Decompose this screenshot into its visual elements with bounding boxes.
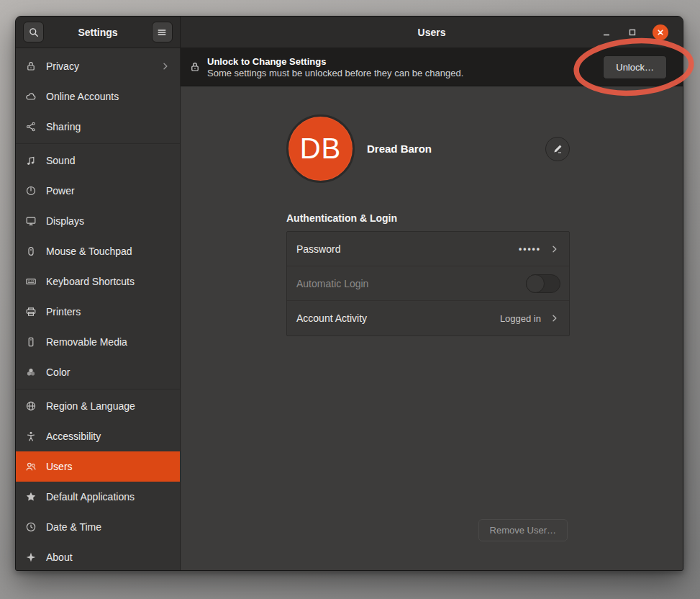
close-icon [655,27,666,38]
sidebar-item-sound[interactable]: Sound [16,145,180,176]
sidebar-item-about[interactable]: About [16,542,180,570]
display-icon [25,215,37,227]
sidebar-item-label: Date & Time [46,521,101,533]
row-label: Password [296,243,340,255]
sidebar-item-region-language[interactable]: Region & Language [16,391,180,421]
sidebar: PrivacyOnline AccountsSharingSoundPowerD… [16,48,181,570]
remove-user-button[interactable]: Remove User… [478,519,568,541]
sidebar-item-label: Default Applications [46,491,135,503]
sidebar-item-displays[interactable]: Displays [16,206,180,236]
sidebar-item-removable-media[interactable]: Removable Media [16,327,180,357]
toggle-knob [526,274,545,293]
sidebar-item-label: Online Accounts [46,91,119,102]
sidebar-item-mouse-touchpad[interactable]: Mouse & Touchpad [16,236,180,266]
users-panel: DB Dread Baron Authentication & Login Pa… [181,86,683,570]
sidebar-item-online-accounts[interactable]: Online Accounts [16,81,180,112]
minimize-button[interactable] [601,27,612,38]
edit-name-button[interactable] [545,137,570,161]
automatic-login-toggle [526,274,560,293]
keyboard-icon [25,276,37,287]
chevron-right-icon [549,243,560,255]
sidebar-item-privacy[interactable]: Privacy [16,51,180,81]
banner-subtitle: Some settings must be unlocked before th… [207,68,463,78]
lock-icon [189,61,201,73]
search-button[interactable] [23,22,44,42]
sidebar-item-label: Accessibility [46,431,101,442]
sidebar-item-default-applications[interactable]: Default Applications [16,482,180,512]
sidebar-item-label: Displays [46,215,84,227]
close-button[interactable] [653,24,668,40]
section-heading: Authentication & Login [286,212,570,224]
sidebar-headerbar: Settings [16,17,181,48]
color-circles-icon [25,366,37,378]
sidebar-item-users[interactable]: Users [16,451,180,482]
sparkle-icon [25,551,37,563]
sidebar-item-label: Region & Language [46,400,135,412]
sidebar-separator [16,143,180,144]
page-title: Users [418,27,446,38]
sidebar-item-label: About [46,551,73,563]
maximize-icon [627,27,638,38]
main-headerbar: Users [181,17,683,48]
pencil-icon [552,143,563,155]
sidebar-item-label: Printers [46,306,81,317]
unlock-banner: Unlock to Change Settings Some settings … [181,48,683,86]
cloud-icon [25,91,37,102]
window-body: PrivacyOnline AccountsSharingSoundPowerD… [16,48,683,570]
sidebar-item-power[interactable]: Power [16,176,180,206]
banner-texts: Unlock to Change Settings Some settings … [207,56,463,78]
sidebar-item-keyboard-shortcuts[interactable]: Keyboard Shortcuts [16,266,180,297]
row-value: Logged in [500,313,541,324]
lock-icon [25,60,37,72]
row-value: ••••• [519,244,541,254]
avatar[interactable]: DB [286,114,355,183]
desktop-backdrop: Settings Users [0,0,700,599]
globe-icon [25,400,37,412]
user-name: Dread Baron [367,143,432,155]
sidebar-item-printers[interactable]: Printers [16,297,180,327]
sidebar-item-color[interactable]: Color [16,357,180,387]
sidebar-item-sharing[interactable]: Sharing [16,112,180,142]
banner-title: Unlock to Change Settings [207,56,463,67]
settings-window: Settings Users [15,16,683,571]
share-icon [25,121,37,132]
printer-icon [25,306,37,317]
headerbar: Settings Users [16,17,683,48]
accessibility-icon [25,431,37,442]
sidebar-title: Settings [78,27,117,38]
chevron-right-icon [160,60,171,72]
sidebar-item-accessibility[interactable]: Accessibility [16,421,180,451]
sidebar-item-label: Removable Media [46,336,127,348]
star-icon [25,491,37,503]
sidebar-item-label: Power [46,185,75,197]
sidebar-item-label: Sharing [46,121,81,132]
power-icon [25,185,37,197]
user-header: DB Dread Baron [286,114,570,183]
window-controls [601,17,668,48]
hamburger-icon [156,27,168,38]
row-account-activity[interactable]: Account ActivityLogged in [287,301,569,335]
chevron-right-icon [549,312,560,324]
music-note-icon [25,155,37,166]
unlock-button[interactable]: Unlock… [603,55,667,79]
clock-icon [25,521,37,533]
sidebar-item-label: Users [46,461,73,472]
maximize-button[interactable] [627,27,638,38]
row-password[interactable]: Password••••• [287,232,569,266]
sidebar-separator [16,389,180,389]
search-icon [28,27,40,38]
row-automatic-login: Automatic Login [287,266,569,301]
users-icon [25,461,37,472]
user-settings-column: DB Dread Baron Authentication & Login Pa… [286,114,570,336]
auth-login-card: Password•••••Automatic LoginAccount Acti… [286,231,570,336]
sidebar-item-label: Privacy [46,60,79,72]
sidebar-item-label: Keyboard Shortcuts [46,276,135,287]
sidebar-item-label: Sound [46,155,75,166]
menu-button[interactable] [152,22,173,42]
row-label: Account Activity [296,312,367,324]
content-pane: Unlock to Change Settings Some settings … [181,48,683,570]
removable-media-icon [25,336,37,348]
sidebar-item-date-time[interactable]: Date & Time [16,512,180,542]
row-label: Automatic Login [296,278,368,289]
mouse-icon [25,246,37,257]
